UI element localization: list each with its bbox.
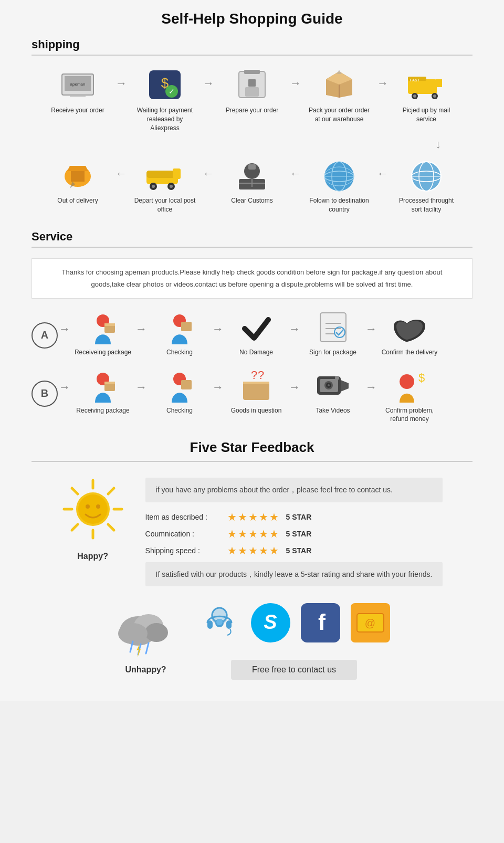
take-videos-label: Take Videos: [316, 406, 350, 415]
receive-package-a-label: Receiveing package: [75, 348, 131, 357]
svg-point-22: [413, 94, 416, 98]
sign-package-label: Sign for package: [309, 348, 356, 357]
confirm-problem-icon: $: [388, 367, 430, 404]
pa-arrow-3: →: [288, 322, 301, 336]
unhappy-label: Unhappy?: [114, 665, 177, 675]
process-b-row: B → Receiving package →: [32, 367, 472, 424]
page-container: Self-Help Shopping Guide shipping apeman…: [0, 0, 504, 701]
customs-label: Clear Customs: [231, 196, 272, 205]
process-a-step-5: Confirm the delivery: [378, 309, 441, 357]
contact-button[interactable]: Free free to contact us: [231, 660, 357, 680]
flow-item-payment: $ ✓ Waiting for payment realeased by Ali…: [128, 66, 202, 132]
rating-label-3: Shipping speed :: [145, 546, 224, 555]
svg-marker-25: [67, 166, 88, 171]
flown-icon: [318, 156, 360, 193]
rating-stars-3: ★★★★★: [227, 544, 280, 557]
flown-label: Folown to destination country: [308, 196, 371, 214]
receive-icon: apeman: [57, 66, 99, 103]
depart-icon: [144, 156, 186, 193]
svg-point-76: [400, 374, 414, 389]
contact-message: if you have any problems about the order…: [145, 478, 443, 502]
no-damage-label: No Damage: [239, 348, 273, 357]
customs-icon: [231, 156, 273, 193]
pa-arrow-4: →: [364, 322, 378, 336]
pb-arrow-3: →: [288, 381, 301, 394]
rating-label-2: Coumnication :: [145, 530, 224, 538]
checking-a-label: Checking: [166, 348, 193, 357]
feedback-section: Five Star Feedback: [32, 439, 472, 680]
svg-marker-74: [341, 380, 349, 392]
svg-text:f: f: [318, 610, 326, 635]
svg-line-85: [72, 524, 78, 530]
svg-point-33: [152, 185, 155, 188]
flow-item-receive: apeman Receive your order: [41, 66, 114, 115]
contact-icons: S f @: [198, 602, 390, 644]
receive-label: Receive your order: [51, 106, 104, 115]
process-b-step-4: Take Videos: [301, 367, 364, 415]
arrow-3: →: [289, 77, 302, 90]
pack-icon: [318, 66, 360, 103]
arrow-left-3: ←: [289, 167, 302, 181]
svg-point-75: [335, 376, 339, 380]
arrow-left-1: ←: [114, 167, 128, 181]
pa-arrow-1: →: [134, 322, 148, 336]
svg-text:FAST: FAST: [410, 78, 420, 82]
svg-marker-15: [337, 70, 342, 74]
svg-text:apeman: apeman: [70, 82, 86, 87]
svg-line-82: [72, 488, 78, 494]
svg-point-23: [433, 94, 436, 98]
email-icon[interactable]: @: [351, 603, 390, 642]
feedback-divider: [32, 461, 472, 462]
flow-item-delivery: Out of delivery: [41, 156, 114, 205]
skype-icon[interactable]: S: [251, 603, 290, 642]
shipping-header: shipping: [32, 38, 472, 56]
delivery-label: Out of delivery: [57, 196, 98, 205]
process-a-step-2: Checking: [148, 309, 211, 357]
svg-line-96: [146, 643, 149, 654]
svg-point-34: [170, 185, 173, 188]
page-title: Self-Help Shopping Guide: [32, 10, 472, 27]
flow-item-pack: Pack your order order at our warehouse: [302, 66, 376, 124]
receive-package-b-label: Receiving package: [76, 406, 129, 415]
pickup-icon: FAST: [405, 66, 447, 103]
support-icon[interactable]: [198, 602, 240, 644]
happy-side: Happy?: [61, 478, 124, 561]
arrow-1: →: [114, 77, 128, 90]
depart-label: Depart your local post office: [133, 196, 196, 214]
svg-text:@: @: [364, 617, 375, 629]
unhappy-side: Unhappy?: [114, 602, 177, 675]
svg-rect-64: [181, 380, 192, 389]
rating-row-1: Item as described : ★★★★★ 5 STAR: [145, 511, 443, 523]
feedback-bottom-message: If satisfied with our products，kindly le…: [145, 562, 443, 586]
process-b-arrow-start: →: [58, 381, 71, 394]
shipping-row-2: Out of delivery ← Depart your lo: [32, 156, 472, 214]
confirm-delivery-a-label: Confirm the delivery: [382, 348, 438, 357]
feedback-right-content: if you have any problems about the order…: [145, 478, 443, 586]
rating-row-3: Shipping speed : ★★★★★ 5 STAR: [145, 544, 443, 557]
arrow-left-4: ←: [376, 167, 390, 181]
svg-marker-17: [436, 79, 442, 87]
process-b-step-1: Receiving package: [71, 367, 134, 415]
arrow-4: →: [376, 77, 390, 90]
rating-stars-1: ★★★★★: [227, 511, 280, 523]
goods-question-icon: ? ?: [235, 367, 277, 404]
pa-arrow-2: →: [211, 322, 225, 336]
flow-item-prepare: Prepare your order: [215, 66, 289, 115]
svg-rect-65: [243, 382, 269, 400]
unhappy-section: Unhappy?: [32, 602, 472, 680]
no-damage-icon: [235, 309, 277, 346]
svg-rect-2: [70, 94, 86, 97]
rating-stars-2: ★★★★★: [227, 528, 280, 540]
rating-label-1: Item as described :: [145, 513, 224, 521]
facebook-icon[interactable]: f: [301, 603, 340, 642]
delivery-icon: [57, 156, 99, 193]
service-header: Service: [32, 230, 472, 248]
sun-icon: [61, 478, 124, 547]
svg-marker-66: [243, 382, 269, 384]
happy-label: Happy?: [61, 552, 124, 561]
flow-item-flown: Folown to destination country: [302, 156, 376, 214]
svg-point-73: [328, 384, 330, 386]
svg-text:?: ?: [251, 368, 257, 382]
prepare-label: Prepare your order: [226, 106, 279, 115]
flow-item-processed: Processed throught sort facility: [390, 156, 463, 214]
